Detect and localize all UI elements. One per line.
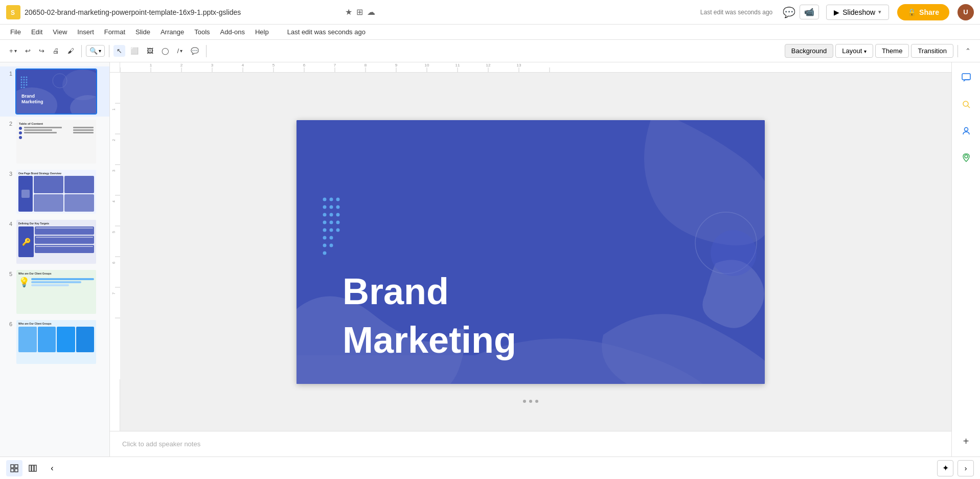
svg-point-78 [323,213,327,216]
svg-rect-122 [11,469,14,472]
menu-arrange[interactable]: Arrange [156,26,188,38]
slide-item-5[interactable]: 5 Who are Our Client Groups 💡 [0,267,109,317]
menu-tools[interactable]: Tools [190,26,214,38]
menu-file[interactable]: File [6,26,25,38]
svg-point-16 [24,84,25,86]
svg-point-12 [21,82,22,83]
svg-point-8 [26,77,28,78]
toolbar: + ▾ ↩ ↪ 🖨 🖌 🔍 ▾ ↖ ⬜ 🖼 ◯ / ▾ 💬 Background… [0,40,980,62]
svg-text:12: 12 [486,63,491,67]
slideshow-button[interactable]: ▶ Slideshow ▾ [826,5,889,20]
share-button[interactable]: 🔒 Share [897,4,949,20]
toolbar-line-button[interactable]: / ▾ [174,45,186,57]
menu-edit[interactable]: Edit [27,26,47,38]
toolbar-zoom-select[interactable]: 🔍 ▾ [86,45,105,57]
svg-point-7 [24,77,25,78]
comment-button[interactable]: 💬 [783,6,795,18]
svg-text:3: 3 [112,170,116,172]
filmstrip-view-button[interactable] [25,460,41,476]
svg-text:8: 8 [364,63,367,67]
sidebar-search-icon[interactable] [957,95,975,113]
slide-item-2[interactable]: 2 Table of Content [0,117,109,167]
grid-view-button[interactable] [6,460,22,476]
toolbar-add-button[interactable]: + ▾ [6,45,20,57]
view-toggle [6,460,41,476]
toolbar-collapse-button[interactable]: ⌃ [962,45,974,57]
menu-bar: File Edit View Insert Format Slide Arran… [0,25,980,40]
toolbar-format-paint-button[interactable]: 🖌 [64,45,77,57]
slide-item-4[interactable]: 4 Defining Our Key Targets 🔑 [0,217,109,267]
slide-canvas-wrapper[interactable]: 1 2 3 4 5 6 7 [110,73,951,431]
document-title: 20650-02-brand-marketing-powerpoint-temp… [25,8,341,16]
svg-rect-121 [15,465,18,468]
format-paint-icon: 🖌 [67,47,74,55]
zoom-dropdown-icon: ▾ [99,48,101,54]
svg-point-19 [24,87,25,88]
svg-text:1: 1 [112,108,116,110]
slide-thumbnail-3: One Page Brand Strategy Overview [15,169,97,215]
cloud-icon[interactable]: ☁ [367,7,375,17]
folder-icon[interactable]: ⊞ [356,7,363,17]
expand-notes-button[interactable]: › [958,460,974,476]
slide-thumbnail-4: Defining Our Key Targets 🔑 [15,219,97,265]
slide-item-1[interactable]: 1 [0,66,109,117]
svg-point-14 [26,82,28,83]
svg-point-79 [330,213,333,216]
share-label: Share [919,8,939,16]
svg-text:2: 2 [112,139,116,141]
collapse-panel-button[interactable]: ‹ [45,461,59,475]
notes-placeholder[interactable]: Click to add speaker notes [122,440,200,448]
toolbar-redo-button[interactable]: ↪ [36,45,48,57]
meet-button[interactable]: 📹 [800,5,819,19]
menu-slide[interactable]: Slide [131,26,154,38]
sidebar-map-pin-icon[interactable] [957,148,975,167]
toolbar-comment-button[interactable]: 💬 [188,45,202,57]
transition-button[interactable]: Transition [911,44,953,58]
bottom-bar: ‹ ✦ › [0,457,980,479]
background-button[interactable]: Background [785,44,833,58]
smart-canvas-button[interactable]: ✦ [937,460,953,476]
theme-button[interactable]: Theme [875,44,909,58]
menu-addons[interactable]: Add-ons [216,26,249,38]
slide-thumbnail-2: Table of Content [15,119,97,165]
layout-label: Layout [842,47,862,55]
svg-rect-20 [120,62,580,73]
toolbar-textbox-button[interactable]: ⬜ [127,45,142,57]
svg-rect-115 [962,74,970,80]
slide-item-3[interactable]: 3 One Page Brand Strategy Overview [0,167,109,217]
svg-point-89 [323,243,327,247]
notes-area[interactable]: Click to add speaker notes [110,431,951,457]
slide-item-6[interactable]: 6 Who are Our Client Groups [0,317,109,367]
menu-insert[interactable]: Insert [73,26,98,38]
editor-area: 1 2 3 4 5 6 7 8 9 10 11 12 13 [110,62,951,457]
chevron-up-icon: ⌃ [965,47,971,55]
sidebar-person-icon[interactable] [957,122,975,140]
svg-point-74 [336,197,340,201]
toolbar-shape-button[interactable]: ◯ [158,45,172,57]
sidebar-chat-icon[interactable] [957,69,975,87]
zoom-icon: 🔍 [89,47,98,55]
svg-text:2: 2 [180,63,183,67]
svg-point-73 [330,197,333,201]
menu-format[interactable]: Format [100,26,129,38]
toolbar-cursor-button[interactable]: ↖ [113,45,125,57]
sidebar-add-icon[interactable]: + [957,432,975,450]
layout-button[interactable]: Layout ▾ [835,44,873,58]
svg-point-83 [336,220,340,224]
slide-thumbnail-1: BrandMarketing [15,69,97,115]
toolbar-image-button[interactable]: 🖼 [144,45,156,57]
svg-point-72 [323,197,327,201]
image-icon: 🖼 [147,47,153,55]
svg-point-10 [24,79,25,81]
slide-number-2: 2 [4,121,12,127]
user-avatar[interactable]: U [958,4,974,20]
slide-thumbnail-5: Who are Our Client Groups 💡 [15,269,97,315]
menu-view[interactable]: View [49,26,71,38]
menu-help[interactable]: Help [251,26,273,38]
svg-point-81 [323,220,327,224]
toolbar-undo-button[interactable]: ↩ [22,45,34,57]
slide-canvas[interactable]: Brand Marketing [297,120,765,384]
star-icon[interactable]: ★ [345,7,352,17]
notes-handle[interactable] [523,400,538,403]
toolbar-print-button[interactable]: 🖨 [50,45,62,57]
